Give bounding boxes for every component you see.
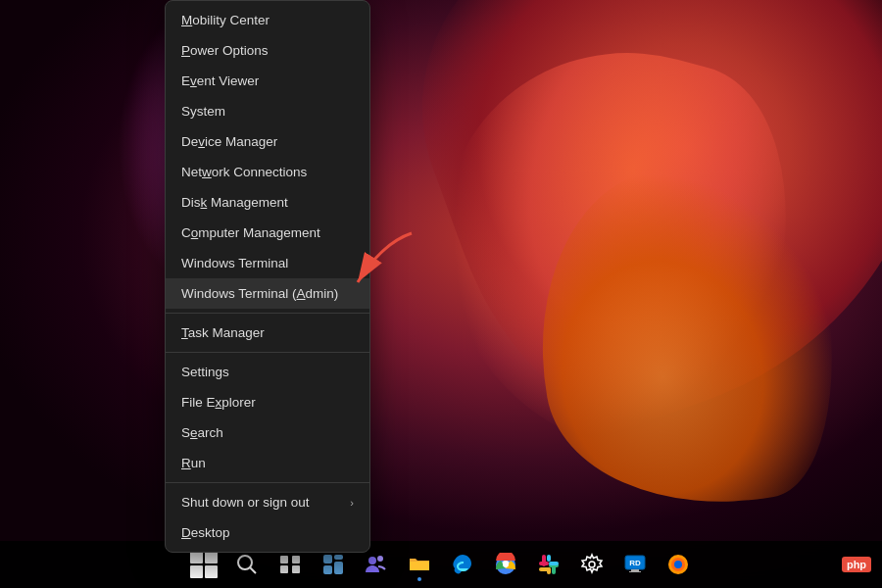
menu-separator-3 xyxy=(166,482,369,483)
menu-separator-1 xyxy=(166,313,369,314)
svg-rect-23 xyxy=(547,555,551,562)
tray-php-badge[interactable]: php xyxy=(839,547,874,582)
taskbar-settings-button[interactable] xyxy=(572,545,612,584)
slack-icon xyxy=(537,553,561,576)
taskbar-edge-button[interactable] xyxy=(443,545,482,584)
menu-item-device-manager[interactable]: Device Manager xyxy=(166,126,369,157)
taskbar-firefox-button[interactable] xyxy=(659,545,698,584)
menu-item-disk-management[interactable]: Disk Management xyxy=(166,187,369,218)
menu-item-power-options[interactable]: Power Options xyxy=(166,35,369,66)
svg-text:RD: RD xyxy=(629,559,641,567)
task-view-icon xyxy=(278,553,302,576)
windows-logo-icon xyxy=(190,551,218,578)
taskbar-explorer-button[interactable] xyxy=(400,545,439,584)
context-menu: Mobility Center Power Options Event View… xyxy=(165,0,370,553)
taskbar-slack-button[interactable] xyxy=(529,545,568,584)
menu-separator-2 xyxy=(166,352,369,353)
search-icon xyxy=(235,553,259,576)
svg-rect-24 xyxy=(549,562,559,565)
menu-item-shut-down[interactable]: Shut down or sign out › xyxy=(166,487,369,517)
svg-point-16 xyxy=(503,562,509,567)
svg-rect-10 xyxy=(334,562,343,574)
svg-rect-7 xyxy=(323,555,332,564)
rdp-icon: RD xyxy=(623,553,647,576)
svg-rect-4 xyxy=(292,556,300,564)
widgets-icon xyxy=(321,553,345,576)
menu-item-mobility-center[interactable]: Mobility Center xyxy=(166,5,369,35)
menu-item-desktop[interactable]: Desktop xyxy=(166,517,369,548)
menu-item-system[interactable]: System xyxy=(166,96,369,126)
firefox-icon xyxy=(666,553,690,576)
menu-item-search[interactable]: Search xyxy=(166,417,369,448)
explorer-icon xyxy=(408,553,431,576)
menu-item-computer-management[interactable]: Computer Management xyxy=(166,218,369,248)
menu-item-network-connections[interactable]: Network Connections xyxy=(166,157,369,187)
submenu-arrow-icon: › xyxy=(350,497,354,509)
svg-rect-5 xyxy=(280,565,288,573)
svg-rect-13 xyxy=(410,562,429,570)
svg-rect-6 xyxy=(292,565,300,573)
menu-item-event-viewer[interactable]: Event Viewer xyxy=(166,66,369,96)
chrome-icon xyxy=(494,553,517,576)
taskbar: RD php xyxy=(0,541,882,588)
svg-point-25 xyxy=(589,562,595,567)
menu-item-settings[interactable]: Settings xyxy=(166,357,369,387)
svg-rect-22 xyxy=(539,567,551,571)
svg-point-33 xyxy=(674,561,682,568)
svg-point-11 xyxy=(368,557,376,564)
teams-icon xyxy=(365,553,388,576)
menu-item-windows-terminal-admin[interactable]: Windows Terminal (Admin) xyxy=(166,278,369,309)
system-tray: php xyxy=(839,541,882,588)
svg-rect-8 xyxy=(334,555,343,560)
svg-rect-29 xyxy=(629,571,641,572)
svg-rect-28 xyxy=(631,569,639,571)
php-label: php xyxy=(842,557,871,572)
svg-point-1 xyxy=(238,556,252,569)
taskbar-chrome-button[interactable] xyxy=(486,545,525,584)
desktop xyxy=(0,0,882,588)
svg-line-2 xyxy=(250,567,256,573)
svg-rect-9 xyxy=(323,565,332,574)
svg-rect-18 xyxy=(539,562,549,565)
svg-rect-3 xyxy=(280,556,288,564)
menu-item-task-manager[interactable]: Task Manager xyxy=(166,318,369,348)
menu-item-run[interactable]: Run xyxy=(166,448,369,478)
menu-item-file-explorer[interactable]: File Explorer xyxy=(166,387,369,417)
edge-icon xyxy=(451,553,474,576)
gear-icon xyxy=(580,553,604,576)
menu-item-windows-terminal[interactable]: Windows Terminal xyxy=(166,248,369,278)
taskbar-rdp-button[interactable]: RD xyxy=(615,545,655,584)
svg-point-12 xyxy=(377,556,383,562)
